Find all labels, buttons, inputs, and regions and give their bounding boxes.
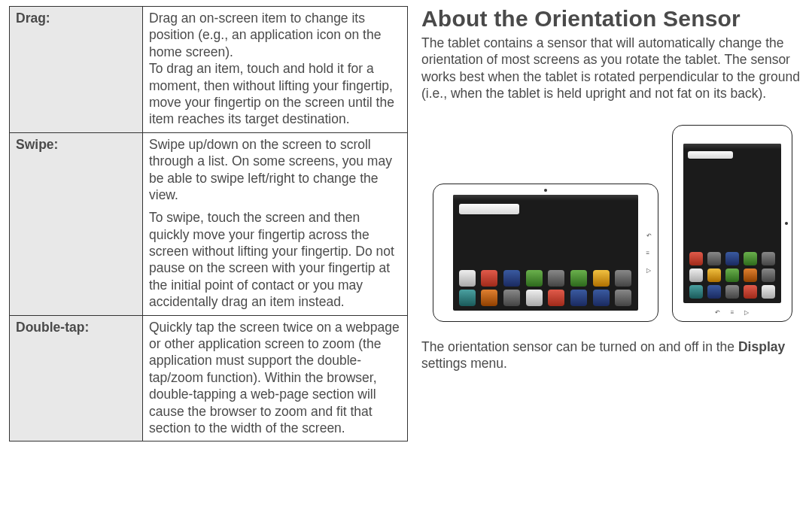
app-icon <box>725 269 739 282</box>
app-icon <box>725 252 739 266</box>
app-icon <box>548 290 564 306</box>
orientation-section: About the Orientation Sensor The tablet … <box>421 6 803 441</box>
footer-pre: The orientation sensor can be turned on … <box>421 339 738 354</box>
menu-button-icon: ≡ <box>646 249 652 256</box>
app-icon <box>459 270 476 287</box>
status-bar <box>453 195 638 201</box>
app-icon <box>615 290 631 306</box>
app-icon <box>459 290 476 306</box>
app-icon <box>689 252 703 266</box>
menu-button-icon: ≡ <box>731 309 734 316</box>
app-icon-grid <box>683 252 781 299</box>
app-icon <box>707 285 721 299</box>
tablet-portrait-illustration: ↶ ≡ ▷ <box>672 125 792 322</box>
hardware-buttons: ↶ ≡ ▷ <box>715 309 750 316</box>
page-root: Drag: Drag an on-screen item to change i… <box>9 6 803 441</box>
gestures-table: Drag: Drag an on-screen item to change i… <box>9 6 408 441</box>
app-icon <box>503 290 520 306</box>
app-icon <box>744 269 757 282</box>
app-icon <box>762 285 775 299</box>
gesture-term: Swipe: <box>10 132 143 315</box>
app-icon <box>593 270 610 287</box>
app-icon <box>762 269 775 282</box>
app-icon <box>570 270 587 287</box>
app-icon <box>762 252 775 266</box>
app-icon <box>503 270 520 287</box>
search-widget <box>459 204 519 214</box>
gestures-table-wrapper: Drag: Drag an on-screen item to change i… <box>9 6 408 441</box>
section-title: About the Orientation Sensor <box>421 6 803 32</box>
gesture-definition: Swipe up/down on the screen to scroll th… <box>143 132 408 315</box>
hardware-buttons: ↶ ≡ ▷ <box>646 232 652 273</box>
app-icon <box>707 252 721 266</box>
back-button-icon: ↶ <box>715 309 720 316</box>
footer-post: settings menu. <box>421 356 507 371</box>
app-icon <box>593 290 610 306</box>
table-row: Swipe: Swipe up/down on the screen to sc… <box>10 132 408 315</box>
app-icon <box>744 252 757 266</box>
app-icon <box>689 269 703 282</box>
app-icon <box>548 270 564 287</box>
tablet-screen <box>453 195 638 311</box>
app-icon <box>526 270 543 287</box>
status-bar <box>683 144 781 150</box>
app-icon <box>615 270 631 287</box>
tablet-landscape-illustration: ↶ ≡ ▷ <box>433 184 658 322</box>
tablet-screen <box>683 144 781 303</box>
app-icon <box>744 285 757 299</box>
gesture-definition: Drag an on-screen item to change its pos… <box>143 7 408 133</box>
gesture-term: Double-tap: <box>10 315 143 441</box>
search-widget <box>688 151 733 159</box>
gesture-term: Drag: <box>10 7 143 133</box>
home-button-icon: ▷ <box>646 266 652 273</box>
app-icon <box>526 290 543 306</box>
app-icon <box>570 290 587 306</box>
app-icon <box>481 290 497 306</box>
gesture-definition: Quickly tap the screen twice on a webpag… <box>143 315 408 441</box>
table-row: Double-tap: Quickly tap the screen twice… <box>10 315 408 441</box>
app-icon <box>707 269 721 282</box>
section-footer: The orientation sensor can be turned on … <box>421 338 803 372</box>
table-row: Drag: Drag an on-screen item to change i… <box>10 7 408 133</box>
back-button-icon: ↶ <box>646 232 652 238</box>
app-icon <box>481 270 497 287</box>
app-icon-grid <box>453 270 638 306</box>
home-button-icon: ▷ <box>744 309 749 316</box>
camera-icon <box>785 222 788 225</box>
camera-icon <box>544 189 547 192</box>
footer-bold: Display <box>738 339 785 354</box>
tablet-illustrations: ↶ ≡ ▷ <box>421 125 803 322</box>
app-icon <box>725 285 739 299</box>
app-icon <box>689 285 703 299</box>
section-intro: The tablet contains a sensor that will a… <box>421 35 803 102</box>
